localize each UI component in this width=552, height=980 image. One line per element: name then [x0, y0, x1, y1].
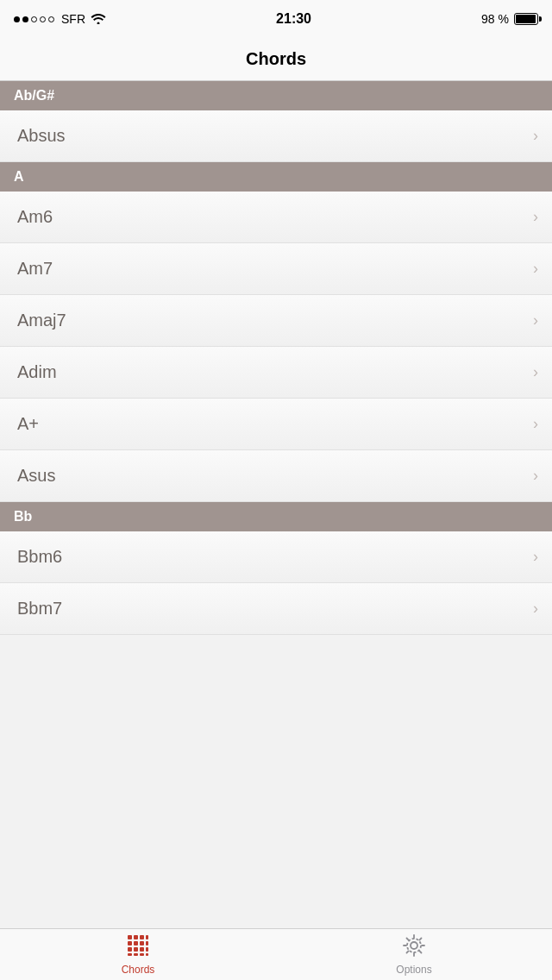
svg-rect-1 [134, 935, 138, 939]
list-item-am7[interactable]: Am7 › [0, 243, 552, 295]
svg-rect-0 [128, 935, 132, 939]
tab-bar: Chords Options [0, 928, 552, 980]
list-item-label: A+ [17, 414, 39, 434]
svg-point-17 [407, 939, 421, 952]
wifi-icon [91, 12, 106, 27]
svg-rect-5 [134, 941, 138, 945]
signal-dot-4 [40, 16, 46, 22]
tab-options-label: Options [396, 964, 431, 976]
chevron-icon: › [533, 548, 538, 566]
battery-icon [514, 13, 538, 25]
tab-chords-label: Chords [122, 964, 155, 976]
svg-rect-7 [146, 941, 148, 945]
list-item-asus[interactable]: Asus › [0, 450, 552, 502]
section-header-text: Ab/G# [14, 88, 54, 104]
svg-rect-2 [140, 935, 144, 939]
chevron-icon: › [533, 600, 538, 618]
section-header-ab-gsharp: Ab/G# [0, 81, 552, 110]
svg-rect-9 [134, 947, 138, 952]
svg-rect-8 [128, 947, 132, 952]
list-item-label: Bbm6 [17, 547, 62, 567]
section-header-text: Bb [14, 509, 32, 525]
list-item-label: Am7 [17, 259, 53, 279]
battery-percent: 98 % [481, 12, 509, 26]
carrier-label: SFR [61, 12, 85, 26]
list-item-label: Asus [17, 466, 55, 486]
list-item-absus[interactable]: Absus › [0, 110, 552, 162]
status-right: 98 % [481, 12, 538, 26]
list-item-label: Am6 [17, 207, 53, 227]
svg-point-16 [411, 942, 417, 949]
chords-tab-icon [126, 933, 150, 961]
svg-rect-11 [146, 947, 148, 952]
list-item-label: Absus [17, 126, 66, 146]
list-item-label: Adim [17, 362, 57, 382]
svg-rect-6 [140, 941, 144, 945]
list-item-bbm7[interactable]: Bbm7 › [0, 583, 552, 635]
section-header-text: A [14, 169, 24, 185]
chevron-icon: › [533, 467, 538, 485]
svg-rect-4 [128, 941, 132, 945]
chevron-icon: › [533, 363, 538, 381]
signal-dot-1 [14, 16, 20, 22]
nav-title: Chords [246, 49, 306, 69]
list-item-aplus[interactable]: A+ › [0, 399, 552, 450]
list-item-bbm6[interactable]: Bbm6 › [0, 531, 552, 583]
list-item-label: Bbm7 [17, 599, 62, 619]
section-header-a: A [0, 162, 552, 192]
section-header-bb: Bb [0, 502, 552, 531]
signal-dot-3 [31, 16, 37, 22]
status-bar: SFR 21:30 98 % [0, 0, 552, 38]
svg-rect-12 [128, 953, 132, 956]
chevron-icon: › [533, 311, 538, 330]
signal-dots [14, 16, 54, 22]
svg-rect-10 [140, 947, 144, 952]
list-container[interactable]: Ab/G# Absus › A Am6 › Am7 › Amaj7 › Adim… [0, 81, 552, 928]
list-item-adim[interactable]: Adim › [0, 347, 552, 399]
svg-rect-14 [140, 953, 144, 956]
svg-rect-15 [146, 953, 148, 956]
status-left: SFR [14, 12, 106, 27]
status-time: 21:30 [276, 11, 311, 27]
options-tab-icon [402, 933, 426, 961]
chevron-icon: › [533, 260, 538, 278]
list-item-label: Amaj7 [17, 311, 66, 330]
list-item-am6[interactable]: Am6 › [0, 192, 552, 243]
signal-dot-2 [22, 16, 28, 22]
list-item-amaj7[interactable]: Amaj7 › [0, 295, 552, 347]
chevron-icon: › [533, 127, 538, 145]
tab-chords[interactable]: Chords [0, 933, 276, 976]
svg-rect-13 [134, 953, 138, 956]
chevron-icon: › [533, 208, 538, 226]
tab-options[interactable]: Options [276, 933, 552, 976]
signal-dot-5 [48, 16, 54, 22]
battery-fill [516, 15, 536, 23]
chevron-icon: › [533, 415, 538, 433]
nav-bar: Chords [0, 38, 552, 81]
svg-rect-3 [146, 935, 148, 939]
